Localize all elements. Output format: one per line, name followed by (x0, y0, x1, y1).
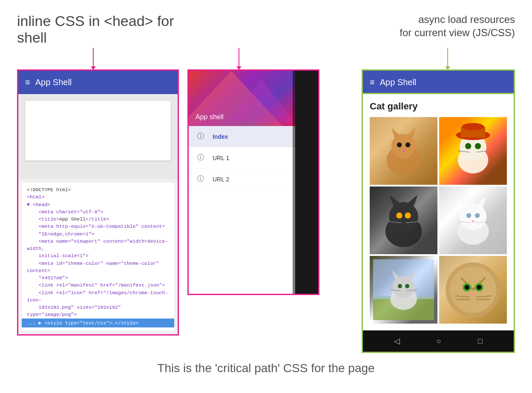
svg-point-13 (475, 143, 481, 149)
drawer-item-label-index: Index (213, 133, 228, 140)
code-line-7: "IE=edge,chrome=1"> (27, 230, 169, 238)
cat-image-6 (439, 256, 507, 324)
cat-image-2 (439, 117, 507, 185)
code-line-14: 192x192.png" sizes="192x192" type="image… (27, 304, 169, 318)
phone-left: ≡ App Shell <!DOCTYPE html> <html> ▼ <he… (17, 69, 179, 336)
info-icon-url1: ⓘ (196, 153, 206, 162)
cat-grid (370, 117, 507, 324)
drawer-item-index[interactable]: ⓘ Index (189, 126, 295, 147)
code-line-1: <!DOCTYPE html> (27, 186, 169, 193)
svg-point-12 (465, 143, 471, 149)
svg-point-36 (393, 276, 415, 298)
cat-image-5 (370, 256, 437, 324)
page-wrapper: inline CSS in <head> for shell async loa… (0, 0, 532, 388)
code-line-12: <link rel="manifest" href="/manifest.jso… (27, 281, 169, 289)
code-line-9: initial-scale=1"> (27, 252, 169, 259)
cat-gallery-content: Cat gallery (362, 93, 515, 332)
hamburger-icon-left: ≡ (25, 77, 30, 87)
phone-left-content (18, 94, 178, 179)
svg-point-29 (475, 213, 480, 218)
app-bar-left: ≡ App Shell (18, 71, 178, 94)
svg-point-17 (389, 202, 418, 232)
annotation-right: async load resourcesfor current view (JS… (400, 13, 515, 46)
code-line-2: <html> (27, 193, 169, 201)
back-icon: ◁ (394, 336, 400, 346)
svg-point-5 (405, 142, 410, 147)
svg-point-39 (398, 284, 402, 288)
phones-container: ≡ App Shell <!DOCTYPE html> <html> ▼ <he… (17, 69, 515, 353)
code-line-13: <link rel="icon" href="/images/chrome-to… (27, 289, 169, 304)
svg-point-11 (462, 123, 484, 130)
svg-point-1 (391, 134, 416, 158)
cat-gallery-title: Cat gallery (370, 101, 507, 112)
arrows-container (17, 48, 515, 67)
svg-point-4 (397, 142, 402, 147)
drawer-item-label-url2: URL 2 (213, 176, 229, 183)
phone-nav-bar-right: ◁ ○ □ (363, 330, 514, 352)
code-line-6: <meta http-equiv="X-UA-Compatible" conte… (27, 223, 169, 230)
app-bar-right: ≡ App Shell (363, 71, 514, 94)
svg-point-50 (477, 285, 481, 290)
code-viewer: <!DOCTYPE html> <html> ▼ <head> <meta ch… (22, 183, 174, 331)
home-icon: ○ (437, 337, 441, 346)
code-line-5: <title>App Shell</title> (27, 215, 169, 223)
phone-middle: App shell ⓘ Index ⓘ URL 1 ⓘ URL 2 (187, 69, 319, 295)
code-line-8: <meta name="viewport" content="width=dev… (27, 238, 169, 252)
hamburger-icon-right: ≡ (370, 77, 375, 87)
bottom-caption: This is the 'critical path' CSS for the … (17, 361, 515, 375)
svg-marker-3 (407, 128, 416, 138)
shape2 (227, 79, 295, 122)
svg-point-49 (464, 285, 469, 290)
drawer-item-url2[interactable]: ⓘ URL 2 (189, 169, 295, 190)
app-bar-title-left: App Shell (35, 77, 72, 87)
white-card (25, 101, 171, 161)
arrow-inline-css (93, 48, 94, 67)
drawer-header: App shell (189, 71, 295, 126)
cat-image-3 (370, 186, 437, 254)
arrow-drawer (239, 48, 239, 67)
svg-point-21 (405, 212, 411, 218)
code-line-10: <meta id="theme-color" name="theme-color… (27, 260, 169, 275)
code-line-11: "#4527A0"> (27, 274, 169, 281)
info-icon-url2: ⓘ (196, 175, 206, 184)
nav-drawer: App shell ⓘ Index ⓘ URL 1 ⓘ URL 2 (189, 71, 295, 294)
drawer-overlay (293, 71, 318, 294)
top-annotations: inline CSS in <head> for shell async loa… (17, 13, 515, 46)
info-icon-index: ⓘ (196, 132, 206, 141)
code-line-3: ▼ <head> (27, 201, 169, 208)
svg-point-28 (466, 213, 471, 218)
svg-point-20 (396, 212, 402, 218)
drawer-item-url1[interactable]: ⓘ URL 1 (189, 147, 295, 169)
phone-right: ≡ App Shell Cat gallery (362, 69, 515, 353)
code-line-4: <meta charset="utf-8"> (27, 208, 169, 215)
cat-image-4 (439, 186, 507, 254)
phone-right-wrapper: ≡ App Shell Cat gallery (362, 69, 515, 353)
svg-marker-2 (391, 128, 400, 138)
cat-image-1 (370, 117, 437, 185)
svg-point-25 (460, 203, 486, 230)
recents-icon: □ (478, 337, 483, 346)
drawer-item-label-url1: URL 1 (213, 155, 229, 161)
svg-point-40 (405, 284, 409, 288)
code-line-highlight: ... ▶ <style type="text/css">…</style> (22, 318, 174, 327)
app-bar-title-right: App Shell (380, 77, 417, 87)
arrow-async-load (447, 48, 448, 67)
annotation-left: inline CSS in <head> for shell (17, 13, 187, 46)
drawer-header-title: App shell (196, 113, 224, 121)
